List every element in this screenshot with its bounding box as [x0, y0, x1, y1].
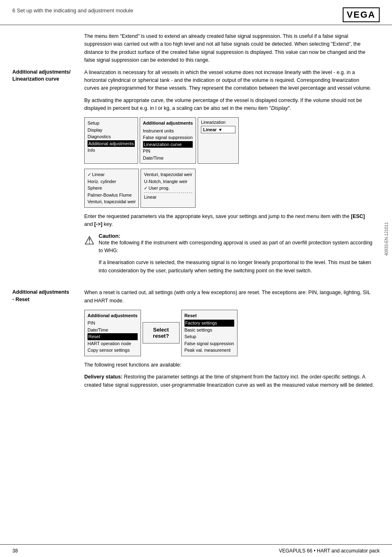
section2-content: When a reset is carried out, all setting… [84, 289, 375, 393]
menu-item-u-notch: U-Notch, triangle weir [144, 178, 192, 185]
reset-menu-pin: PIN [88, 320, 138, 327]
header-title: 6 Set up with the indicating and adjustm… [12, 7, 133, 14]
footer-product: VEGAPULS 66 • HART and accumulator pack [279, 548, 380, 554]
linearization-value: Linear [203, 127, 217, 132]
linearization-label: Linearization [201, 120, 235, 125]
reset-peak-val: Peak val. measurenent [184, 347, 234, 354]
vega-logo: VEGA [343, 7, 380, 22]
menu-item-additional: Additional adjustments [88, 140, 135, 147]
reset-select-box: Select reset? [143, 322, 180, 343]
delivery-status-text: Restoring the parameter settings at the … [84, 374, 374, 388]
menu-item-setup: Setup [88, 120, 135, 127]
caution-section: ⚠ Caution: Note the following if the ins… [84, 233, 375, 279]
menu-box-curves-right: Venturi, trapezoidal weir U-Notch, trian… [141, 169, 195, 208]
menu-item-datetime: Date/Time [143, 155, 193, 162]
linearization-menu-row1: Setup Display Diagnostics Additional adj… [84, 117, 375, 164]
menu-item-venturi-trap2: Venturi, trapezoidal weir [144, 171, 192, 178]
linearization-dropdown[interactable]: Linear ▼ [201, 126, 235, 133]
menu-item-palmer-bowlus: Palmer-Bowlus Flume [88, 192, 136, 199]
reset-options-header: Reset [184, 312, 234, 319]
page-header: 6 Set up with the indicating and adjustm… [0, 0, 392, 25]
section1-para2: By activating the appropriate curve, the… [84, 97, 375, 113]
page-container: 6 Set up with the indicating and adjustm… [0, 0, 392, 557]
menu-box-curves-left: Linear Horiz. cylinder Sphere Palmer-Bow… [84, 169, 139, 208]
reset-menu-header: Additional adjustments [88, 312, 138, 319]
caution-content: Caution: Note the following if the instr… [99, 233, 375, 279]
menu-box-linearization: Linearization Linear ▼ [198, 117, 239, 164]
reset-menu-datetime: Date/Time [88, 327, 138, 334]
section2-para1: When a reset is carried out, all setting… [84, 289, 375, 305]
menu-item-instrunent-units: Instrunent units [143, 128, 193, 135]
menu-item-user-prog: User prog. [144, 185, 192, 192]
delivery-status-para: Delivery status: Restoring the parameter… [84, 373, 375, 389]
section1-content: A linearization is necessary for all ves… [84, 69, 375, 283]
caution-icon: ⚠ [84, 234, 95, 247]
reset-section: Additional adjustments - Reset When a re… [12, 289, 375, 393]
reset-select-line2: reset? [153, 333, 169, 339]
right-sidebar: 40933-EN-121011 [380, 70, 392, 407]
reset-menu-hart: HART operation node [88, 340, 138, 347]
section1-label: Additional adjustments/ Linearization cu… [12, 69, 84, 283]
menu-item-venturi-trap: Venturi, trapezoidal weir [88, 198, 136, 205]
menu-header-additional: Additional adjustments [143, 120, 193, 127]
section2-label: Additional adjustments - Reset [12, 289, 84, 393]
menu-item-linear: Linear [88, 171, 136, 178]
reset-options-box: Reset Factory settings Basic settings Se… [181, 310, 238, 356]
menu-divider [144, 193, 192, 193]
menu-item-display: Display [88, 127, 135, 134]
menu-item-diagnostics: Diagnostics [88, 133, 135, 140]
reset-menu-copy: Copy sensor settings [88, 347, 138, 354]
reset-menu-box-main: Additional adjustments PIN Date/Time Res… [84, 310, 141, 356]
section1-para1: A linearization is necessary for all ves… [84, 69, 375, 93]
caution-title: Caution: [99, 233, 120, 239]
dropdown-arrow-icon: ▼ [218, 128, 222, 132]
logo-area: VEGA [343, 7, 380, 22]
menu-item-linearization-curve: Linearization curve [143, 141, 193, 148]
caution-para2: If a linearisation curve is selected, th… [99, 259, 375, 275]
menu-item-pin: PIN [143, 148, 193, 155]
linearization-section: Additional adjustments/ Linearization cu… [12, 69, 375, 283]
menu-item-false-signal: False signal suppression [143, 134, 193, 141]
menu-item-sphere: Sphere [88, 185, 136, 192]
reset-menu-row: Additional adjustments PIN Date/Time Res… [84, 310, 375, 356]
reset-select-line1: Select [153, 327, 168, 333]
menu-box-main: Setup Display Diagnostics Additional adj… [84, 117, 138, 164]
reset-setup: Setup [184, 333, 234, 340]
caution-para1: Note the following if the instrument wit… [99, 239, 375, 255]
menu-item-linear2: Linear [144, 194, 192, 201]
reset-factory: Factory settings [184, 320, 234, 327]
page-footer: 38 VEGAPULS 66 • HART and accumulator pa… [0, 544, 392, 557]
intro-paragraph: The menu item "Extend" is used to extend… [84, 32, 375, 65]
section2-para2: The following reset functions are availa… [84, 361, 375, 369]
footer-page-number: 38 [12, 548, 18, 554]
menu-item-info: Info [88, 147, 135, 154]
menu-box-additional: Additional adjustments Instrunent units … [140, 117, 196, 164]
reset-menu-reset: Reset [88, 333, 138, 340]
reset-basic: Basic settings [184, 327, 234, 334]
delivery-status-title: Delivery status: [84, 374, 122, 380]
reset-false-signal: False signal suppression [184, 340, 234, 347]
menu-item-horiz-cylinder: Horiz. cylinder [88, 178, 136, 185]
section1-para3: Enter the requested parameters via the a… [84, 213, 375, 229]
linearization-menu-row2: Linear Horiz. cylinder Sphere Palmer-Bow… [84, 169, 375, 208]
sidebar-text: 40933-EN-121011 [384, 222, 389, 256]
